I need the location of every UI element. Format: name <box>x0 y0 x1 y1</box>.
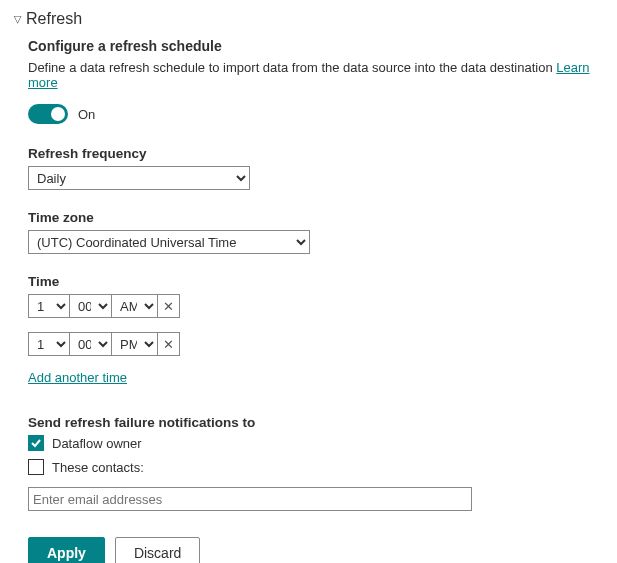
time-row: 1 00 AM ✕ <box>28 294 603 318</box>
notifications-label: Send refresh failure notifications to <box>28 415 603 430</box>
apply-button[interactable]: Apply <box>28 537 105 563</box>
discard-button[interactable]: Discard <box>115 537 200 563</box>
subtitle: Configure a refresh schedule <box>28 38 603 54</box>
toggle-label: On <box>78 107 95 122</box>
timezone-label: Time zone <box>28 210 603 225</box>
add-another-time-link[interactable]: Add another time <box>28 370 127 385</box>
section-title: Refresh <box>26 10 82 28</box>
description-row: Define a data refresh schedule to import… <box>28 60 603 90</box>
time-label: Time <box>28 274 603 289</box>
minute-select[interactable]: 00 <box>70 294 112 318</box>
close-icon: ✕ <box>163 299 174 314</box>
ampm-select[interactable]: AM <box>112 294 158 318</box>
frequency-label: Refresh frequency <box>28 146 603 161</box>
time-row: 1 00 PM ✕ <box>28 332 603 356</box>
contacts-checkbox[interactable] <box>28 459 44 475</box>
collapse-caret-icon[interactable]: ▷ <box>13 15 24 23</box>
description-text: Define a data refresh schedule to import… <box>28 60 553 75</box>
remove-time-button[interactable]: ✕ <box>158 294 180 318</box>
hour-select[interactable]: 1 <box>28 332 70 356</box>
hour-select[interactable]: 1 <box>28 294 70 318</box>
contacts-checkbox-label: These contacts: <box>52 460 144 475</box>
timezone-select[interactable]: (UTC) Coordinated Universal Time <box>28 230 310 254</box>
minute-select[interactable]: 00 <box>70 332 112 356</box>
ampm-select[interactable]: PM <box>112 332 158 356</box>
contacts-email-input[interactable] <box>28 487 472 511</box>
refresh-toggle[interactable] <box>28 104 68 124</box>
owner-checkbox[interactable] <box>28 435 44 451</box>
close-icon: ✕ <box>163 337 174 352</box>
frequency-select[interactable]: Daily <box>28 166 250 190</box>
check-icon <box>30 437 42 449</box>
owner-checkbox-label: Dataflow owner <box>52 436 142 451</box>
toggle-knob <box>51 107 65 121</box>
remove-time-button[interactable]: ✕ <box>158 332 180 356</box>
